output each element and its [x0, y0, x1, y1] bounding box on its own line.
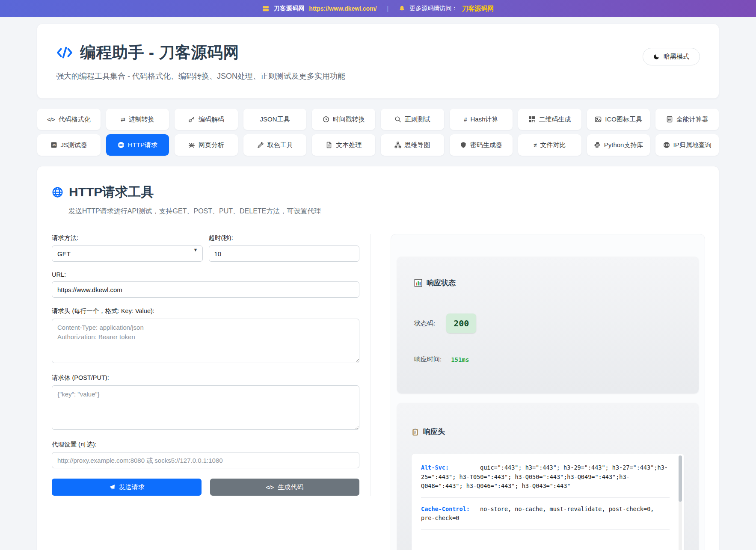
request-body-textarea[interactable]: [52, 385, 359, 430]
tab-label: 二维码生成: [539, 115, 571, 124]
request-form: 请求方法: GET ▼ 超时(秒): URL:: [52, 234, 371, 496]
sitemap-icon: [394, 142, 401, 148]
send-request-label: 发送请求: [119, 483, 145, 491]
header-name: Cache-Control:: [421, 505, 480, 514]
hash-icon: #: [464, 116, 467, 123]
status-code-label: 状态码:: [414, 319, 435, 328]
response-headers-title: 响应头: [423, 427, 445, 437]
response-header-row: Cache-Control:no-store, no-cache, must-r…: [421, 498, 670, 530]
tab-color-picker[interactable]: 取色工具: [243, 134, 307, 156]
clipboard-icon: [412, 428, 419, 436]
generate-code-label: 生成代码: [278, 483, 303, 491]
page-subtitle: 强大的编程工具集合 - 代码格式化、编码转换、JSON处理、正则测试及更多实用功…: [56, 71, 700, 81]
tab-qrcode-gen[interactable]: 二维码生成: [518, 109, 581, 130]
request-headers-textarea[interactable]: [52, 319, 359, 363]
source-cards-icon: [262, 5, 270, 12]
topbar-divider: |: [387, 5, 389, 12]
tab-js-tester[interactable]: JSJS测试器: [37, 134, 101, 156]
globe-icon: [52, 186, 63, 198]
svg-text:JS: JS: [52, 144, 56, 147]
tab-label: IP归属地查询: [673, 141, 712, 149]
topbar-url-link[interactable]: https://www.dkewl.com/: [309, 5, 377, 12]
file-text-icon: [326, 142, 332, 148]
response-status-card: 响应状态 状态码: 200 响应时间: 151ms: [397, 257, 699, 393]
timeout-input[interactable]: [209, 245, 360, 262]
paper-plane-icon: [109, 484, 115, 491]
tab-http-request[interactable]: HTTP请求: [106, 134, 169, 156]
tab-ico-tool[interactable]: ICO图标工具: [587, 109, 650, 130]
tab-label: 全能计算器: [676, 115, 709, 124]
image-icon: [595, 116, 602, 123]
bar-chart-icon: [414, 279, 422, 287]
page-header: 编程助手 - 刀客源码网 强大的编程工具集合 - 代码格式化、编码转换、JSON…: [37, 24, 719, 98]
tab-base-convert[interactable]: ⇄进制转换: [106, 109, 169, 130]
tab-mind-map[interactable]: 思维导图: [381, 134, 444, 156]
topbar-more-link[interactable]: 刀客源码网: [462, 5, 494, 13]
moon-icon: [653, 53, 660, 60]
method-select[interactable]: GET: [52, 245, 203, 262]
tab-label: 取色工具: [267, 141, 293, 149]
tab-label: 文本处理: [336, 141, 362, 149]
scrollbar-track[interactable]: [679, 455, 682, 550]
response-headers-card: 响应头 Alt-Svc:quic=":443"; h3=":443"; h3-2…: [397, 403, 699, 550]
magnifier-icon: [394, 116, 401, 123]
tab-encode-decode[interactable]: 编码解码: [175, 109, 238, 130]
calculator-icon: [666, 116, 673, 123]
tool-subtitle: 发送HTTP请求进行API测试，支持GET、POST、PUT、DELETE方法，…: [68, 207, 705, 216]
tab-label: 代码格式化: [59, 115, 91, 124]
proxy-label: 代理设置 (可选):: [52, 441, 359, 449]
tab-password-gen[interactable]: 密码生成器: [450, 134, 513, 156]
tab-regex-test[interactable]: 正则测试: [381, 109, 444, 130]
tab-json-tools[interactable]: JSON工具: [243, 109, 307, 130]
send-request-button[interactable]: 发送请求: [52, 479, 202, 496]
tab-python-lib[interactable]: Python支持库: [587, 134, 650, 156]
code-brackets-icon: [56, 45, 73, 60]
status-code-badge: 200: [446, 313, 476, 333]
not-equal-icon: ≠: [534, 142, 537, 148]
topbar: 刀客源码网 https://www.dkewl.com/ | 更多源码请访问： …: [0, 0, 756, 17]
tab-hash-calc[interactable]: #Hash计算: [450, 109, 513, 130]
tab-code-format[interactable]: </>代码格式化: [37, 109, 101, 130]
response-time-value: 151ms: [451, 356, 469, 363]
tab-label: JSON工具: [260, 115, 290, 124]
url-input[interactable]: [52, 281, 359, 298]
tab-label: 进制转换: [129, 115, 154, 124]
request-body-label: 请求体 (POST/PUT):: [52, 374, 359, 382]
tab-label: 思维导图: [405, 141, 430, 149]
scrollbar-thumb[interactable]: [679, 455, 682, 502]
tool-title: HTTP请求工具: [69, 183, 154, 201]
timeout-label: 超时(秒):: [209, 234, 360, 242]
key-icon: [188, 116, 195, 123]
globe-icon: [118, 142, 125, 148]
tab-file-diff[interactable]: ≠文件对比: [518, 134, 581, 156]
tab-label: HTTP请求: [128, 141, 157, 149]
tab-web-analyze[interactable]: 网页分析: [175, 134, 238, 156]
tab-calculator[interactable]: 全能计算器: [655, 109, 719, 130]
dark-mode-button[interactable]: 暗黑模式: [643, 48, 700, 65]
topbar-brand: 刀客源码网: [274, 5, 305, 12]
proxy-input[interactable]: [52, 452, 359, 468]
url-label: URL:: [52, 271, 359, 278]
tab-text-process[interactable]: 文本处理: [312, 134, 375, 156]
tab-label: Python支持库: [604, 141, 643, 149]
globe-icon: [663, 142, 670, 148]
header-name: Alt-Svc:: [421, 463, 480, 473]
clock-icon: [323, 116, 329, 123]
shield-icon: [460, 142, 467, 148]
topbar-more-text: 更多源码请访问：: [409, 5, 457, 12]
response-header-row: Alt-Svc:quic=":443"; h3=":443"; h3-29=":…: [421, 456, 670, 498]
qrcode-icon: [528, 116, 535, 123]
generate-code-button[interactable]: </> 生成代码: [210, 479, 360, 496]
request-headers-label: 请求头 (每行一个，格式: Key: Value):: [52, 307, 359, 315]
tab-timestamp-convert[interactable]: 时间戳转换: [312, 109, 375, 130]
code-icon: </>: [266, 484, 274, 491]
tab-ip-lookup[interactable]: IP归属地查询: [655, 134, 719, 156]
tab-label: 编码解码: [199, 115, 224, 124]
tab-label: 时间戳转换: [333, 115, 365, 124]
response-time-label: 响应时间:: [414, 355, 442, 364]
http-tool-panel: HTTP请求工具 发送HTTP请求进行API测试，支持GET、POST、PUT、…: [37, 166, 719, 550]
response-panel: 响应状态 状态码: 200 响应时间: 151ms: [391, 234, 705, 550]
response-headers-box: Alt-Svc:quic=":443"; h3=":443"; h3-29=":…: [412, 454, 684, 550]
tab-label: JS测试器: [61, 141, 88, 149]
response-status-title: 响应状态: [427, 278, 456, 288]
